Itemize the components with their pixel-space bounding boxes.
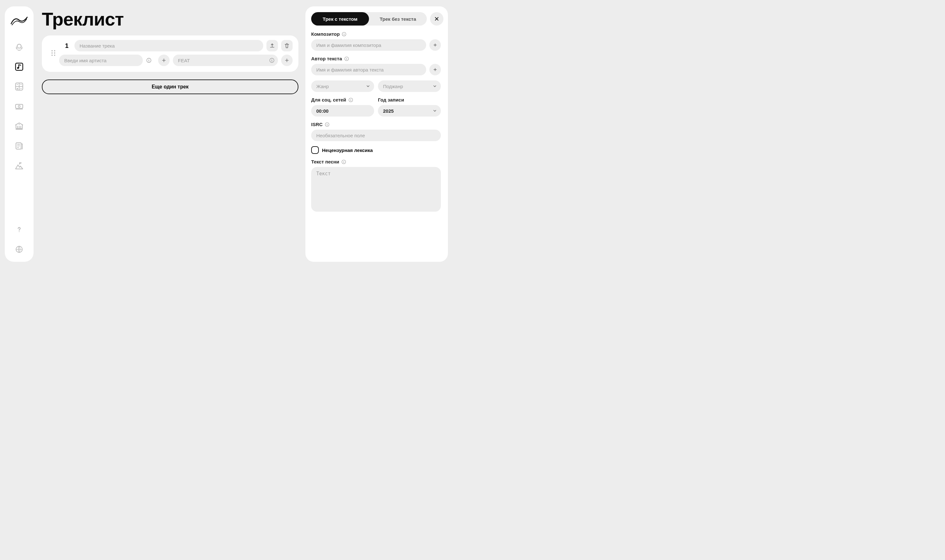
info-icon — [348, 97, 353, 103]
add-feat-button[interactable] — [281, 55, 293, 66]
drag-icon — [51, 50, 55, 56]
social-label: Для соц. сетей — [311, 97, 346, 103]
close-icon — [434, 16, 439, 22]
svg-point-14 — [54, 55, 55, 56]
nav-item-money[interactable] — [14, 101, 25, 112]
isrc-label: ISRC — [311, 122, 323, 127]
svg-point-6 — [19, 124, 20, 125]
close-panel-button[interactable] — [430, 12, 443, 26]
upload-button[interactable] — [267, 40, 278, 51]
nav-item-bank[interactable] — [14, 121, 25, 132]
lyricist-label: Автор текста — [311, 56, 342, 61]
chevron-down-icon — [366, 84, 370, 88]
plus-icon — [284, 58, 290, 63]
artist-info-icon[interactable] — [146, 57, 152, 63]
delete-button[interactable] — [281, 40, 293, 51]
info-icon — [146, 57, 152, 63]
tab-without-text[interactable]: Трек без текста — [369, 12, 427, 26]
music-note-icon — [14, 62, 24, 72]
logo-icon — [10, 14, 28, 27]
add-lyricist-button[interactable] — [429, 64, 441, 75]
track-title-input[interactable] — [74, 40, 263, 51]
upload-icon — [269, 43, 275, 49]
nav-item-news[interactable] — [14, 140, 25, 151]
bank-icon — [14, 122, 24, 131]
svg-point-5 — [18, 105, 20, 107]
nav-item-help[interactable] — [14, 224, 25, 235]
year-select[interactable]: 2025 — [378, 105, 441, 117]
track-type-tabs: Трек с текстом Трек без текста — [311, 12, 427, 26]
newspaper-icon — [14, 141, 24, 151]
plus-icon — [433, 68, 437, 72]
lyrics-textarea[interactable] — [311, 167, 441, 212]
lyrics-label: Текст песни — [311, 159, 339, 165]
social-info-icon[interactable] — [348, 97, 353, 103]
add-track-button[interactable]: Еще один трек — [42, 80, 298, 94]
nav-item-calculator[interactable] — [14, 81, 25, 92]
calculator-icon — [14, 82, 24, 91]
isrc-info-icon[interactable] — [325, 122, 330, 127]
isrc-input[interactable] — [311, 130, 441, 141]
genre-select[interactable]: Жанр — [311, 80, 374, 92]
info-icon — [342, 32, 347, 37]
info-icon — [269, 57, 275, 63]
social-time-input[interactable] — [311, 105, 374, 117]
tab-with-text[interactable]: Трек с текстом — [311, 12, 369, 26]
mountain-flag-icon — [14, 161, 24, 171]
page-title: Треклист — [42, 8, 298, 30]
svg-rect-4 — [15, 105, 23, 109]
subgenre-placeholder: Поджанр — [383, 84, 403, 89]
year-value: 2025 — [383, 108, 393, 114]
composer-info-icon[interactable] — [342, 32, 347, 37]
svg-point-9 — [51, 50, 53, 51]
feat-info-icon[interactable] — [269, 57, 275, 63]
main-content: Треклист 1 — [37, 6, 302, 262]
svg-point-13 — [51, 55, 53, 56]
add-artist-button[interactable] — [158, 55, 170, 66]
track-number: 1 — [59, 40, 74, 51]
trash-icon — [284, 43, 290, 49]
year-label: Год записи — [378, 97, 404, 103]
lyricist-info-icon[interactable] — [344, 56, 349, 61]
svg-point-11 — [51, 52, 53, 54]
svg-point-10 — [54, 50, 55, 51]
explicit-checkbox[interactable] — [311, 146, 319, 154]
subgenre-select[interactable]: Поджанр — [378, 80, 441, 92]
plus-icon — [161, 58, 166, 63]
info-icon — [341, 159, 346, 165]
chevron-down-icon — [433, 84, 437, 88]
track-details-panel: Трек с текстом Трек без текста Композито… — [305, 6, 448, 262]
cash-icon — [14, 102, 24, 111]
lyrics-info-icon[interactable] — [341, 159, 346, 165]
nav-item-globe[interactable] — [14, 244, 25, 255]
artist-input[interactable] — [59, 55, 143, 66]
headset-icon — [14, 42, 24, 52]
chevron-down-icon — [433, 109, 437, 113]
composer-input[interactable] — [311, 39, 426, 51]
feat-input[interactable] — [173, 55, 278, 66]
drag-handle[interactable] — [48, 40, 59, 66]
question-icon — [15, 225, 23, 234]
nav-item-goals[interactable] — [14, 160, 25, 171]
track-row: 1 — [42, 35, 298, 72]
sidebar — [5, 6, 34, 262]
logo[interactable] — [10, 14, 28, 28]
globe-icon — [15, 245, 23, 254]
svg-point-12 — [54, 52, 55, 54]
plus-icon — [433, 43, 437, 47]
nav-item-tracklist[interactable] — [14, 61, 25, 72]
svg-point-0 — [17, 44, 22, 48]
add-composer-button[interactable] — [429, 39, 441, 51]
info-icon — [325, 122, 330, 127]
explicit-label: Нецензурная лексика — [322, 148, 373, 153]
info-icon — [344, 56, 349, 61]
genre-placeholder: Жанр — [316, 84, 329, 89]
composer-label: Композитор — [311, 31, 339, 37]
lyricist-input[interactable] — [311, 64, 426, 75]
nav-item-support[interactable] — [14, 42, 25, 52]
